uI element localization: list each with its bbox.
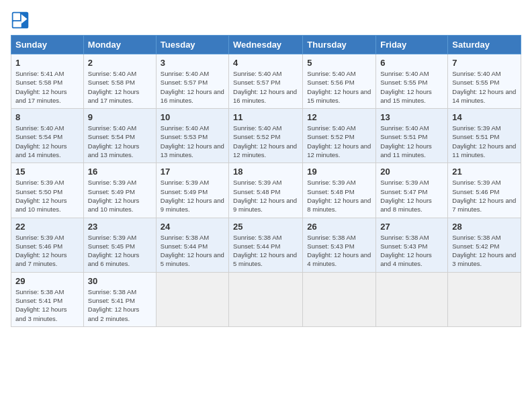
logo-icon: [11, 11, 30, 30]
calendar-cell: [303, 272, 376, 326]
day-detail: Sunrise: 5:40 AMSunset: 5:55 PMDaylight:…: [380, 69, 443, 105]
day-number: 12: [307, 112, 371, 122]
calendar-cell: 13Sunrise: 5:40 AMSunset: 5:51 PMDayligh…: [376, 109, 448, 163]
day-number: 18: [233, 167, 298, 177]
day-number: 22: [15, 222, 79, 232]
day-detail: Sunrise: 5:40 AMSunset: 5:52 PMDaylight:…: [307, 124, 371, 159]
svg-rect-2: [13, 21, 21, 28]
header-friday: Friday: [376, 36, 448, 54]
day-detail: Sunrise: 5:39 AMSunset: 5:46 PMDaylight:…: [15, 233, 79, 269]
day-detail: Sunrise: 5:38 AMSunset: 5:44 PMDaylight:…: [233, 233, 298, 269]
day-number: 25: [233, 222, 298, 232]
day-detail: Sunrise: 5:38 AMSunset: 5:41 PMDaylight:…: [88, 287, 152, 323]
day-detail: Sunrise: 5:39 AMSunset: 5:49 PMDaylight:…: [88, 178, 152, 214]
day-number: 15: [15, 167, 79, 177]
day-detail: Sunrise: 5:40 AMSunset: 5:56 PMDaylight:…: [307, 69, 371, 105]
calendar-cell: 23Sunrise: 5:39 AMSunset: 5:45 PMDayligh…: [83, 218, 156, 272]
day-detail: Sunrise: 5:39 AMSunset: 5:46 PMDaylight:…: [452, 178, 517, 214]
day-number: 4: [233, 58, 298, 68]
day-number: 23: [88, 222, 152, 232]
day-detail: Sunrise: 5:40 AMSunset: 5:51 PMDaylight:…: [380, 124, 443, 159]
calendar-cell: [448, 272, 521, 326]
calendar-cell: 29Sunrise: 5:38 AMSunset: 5:41 PMDayligh…: [11, 272, 84, 326]
day-number: 10: [161, 112, 224, 122]
day-number: 11: [233, 112, 298, 122]
day-detail: Sunrise: 5:39 AMSunset: 5:48 PMDaylight:…: [307, 178, 371, 214]
day-detail: Sunrise: 5:38 AMSunset: 5:43 PMDaylight:…: [380, 233, 443, 269]
day-number: 16: [88, 167, 152, 177]
calendar-week-1: 1Sunrise: 5:41 AMSunset: 5:58 PMDaylight…: [11, 54, 521, 109]
calendar-cell: 26Sunrise: 5:38 AMSunset: 5:43 PMDayligh…: [303, 218, 376, 272]
calendar-cell: 12Sunrise: 5:40 AMSunset: 5:52 PMDayligh…: [303, 109, 376, 163]
calendar-cell: 27Sunrise: 5:38 AMSunset: 5:43 PMDayligh…: [376, 218, 448, 272]
day-number: 13: [380, 112, 443, 122]
calendar-cell: 7Sunrise: 5:40 AMSunset: 5:55 PMDaylight…: [448, 54, 521, 109]
day-number: 29: [15, 276, 79, 286]
calendar-cell: 8Sunrise: 5:40 AMSunset: 5:54 PMDaylight…: [11, 109, 84, 163]
day-number: 7: [452, 58, 517, 68]
header-saturday: Saturday: [448, 36, 521, 54]
calendar-cell: 30Sunrise: 5:38 AMSunset: 5:41 PMDayligh…: [83, 272, 156, 326]
calendar-week-5: 29Sunrise: 5:38 AMSunset: 5:41 PMDayligh…: [11, 272, 521, 326]
calendar-cell: [229, 272, 303, 326]
calendar-cell: 1Sunrise: 5:41 AMSunset: 5:58 PMDaylight…: [11, 54, 84, 109]
calendar-cell: 22Sunrise: 5:39 AMSunset: 5:46 PMDayligh…: [11, 218, 84, 272]
day-number: 6: [380, 58, 443, 68]
day-detail: Sunrise: 5:39 AMSunset: 5:51 PMDaylight:…: [452, 124, 517, 159]
day-number: 30: [88, 276, 152, 286]
day-detail: Sunrise: 5:40 AMSunset: 5:53 PMDaylight:…: [161, 124, 224, 159]
day-detail: Sunrise: 5:40 AMSunset: 5:58 PMDaylight:…: [88, 69, 152, 105]
calendar-week-4: 22Sunrise: 5:39 AMSunset: 5:46 PMDayligh…: [11, 218, 521, 272]
calendar-cell: 19Sunrise: 5:39 AMSunset: 5:48 PMDayligh…: [303, 163, 376, 218]
header-monday: Monday: [83, 36, 156, 54]
day-detail: Sunrise: 5:38 AMSunset: 5:44 PMDaylight:…: [161, 233, 224, 269]
calendar-cell: 17Sunrise: 5:39 AMSunset: 5:49 PMDayligh…: [156, 163, 228, 218]
day-number: 3: [161, 58, 224, 68]
calendar-cell: 15Sunrise: 5:39 AMSunset: 5:50 PMDayligh…: [11, 163, 84, 218]
day-number: 27: [380, 222, 443, 232]
day-number: 28: [452, 222, 517, 232]
calendar-cell: 24Sunrise: 5:38 AMSunset: 5:44 PMDayligh…: [156, 218, 228, 272]
day-detail: Sunrise: 5:40 AMSunset: 5:55 PMDaylight:…: [452, 69, 517, 105]
day-detail: Sunrise: 5:38 AMSunset: 5:42 PMDaylight:…: [452, 233, 517, 269]
day-detail: Sunrise: 5:40 AMSunset: 5:54 PMDaylight:…: [15, 124, 79, 159]
day-detail: Sunrise: 5:38 AMSunset: 5:43 PMDaylight:…: [307, 233, 371, 269]
calendar-cell: [376, 272, 448, 326]
day-number: 8: [15, 112, 79, 122]
calendar-cell: 4Sunrise: 5:40 AMSunset: 5:57 PMDaylight…: [229, 54, 303, 109]
day-number: 14: [452, 112, 517, 122]
calendar-week-2: 8Sunrise: 5:40 AMSunset: 5:54 PMDaylight…: [11, 109, 521, 163]
calendar-table: SundayMondayTuesdayWednesdayThursdayFrid…: [11, 35, 521, 327]
day-number: 1: [15, 58, 79, 68]
day-detail: Sunrise: 5:39 AMSunset: 5:45 PMDaylight:…: [88, 233, 152, 269]
day-number: 2: [88, 58, 152, 68]
header-tuesday: Tuesday: [156, 36, 228, 54]
calendar-cell: 18Sunrise: 5:39 AMSunset: 5:48 PMDayligh…: [229, 163, 303, 218]
calendar-cell: 20Sunrise: 5:39 AMSunset: 5:47 PMDayligh…: [376, 163, 448, 218]
calendar-cell: 9Sunrise: 5:40 AMSunset: 5:54 PMDaylight…: [83, 109, 156, 163]
calendar-cell: [156, 272, 228, 326]
day-detail: Sunrise: 5:39 AMSunset: 5:49 PMDaylight:…: [161, 178, 224, 214]
day-detail: Sunrise: 5:39 AMSunset: 5:47 PMDaylight:…: [380, 178, 443, 214]
calendar-cell: 11Sunrise: 5:40 AMSunset: 5:52 PMDayligh…: [229, 109, 303, 163]
header-thursday: Thursday: [303, 36, 376, 54]
day-number: 19: [307, 167, 371, 177]
calendar-cell: 25Sunrise: 5:38 AMSunset: 5:44 PMDayligh…: [229, 218, 303, 272]
calendar-header: SundayMondayTuesdayWednesdayThursdayFrid…: [11, 36, 521, 54]
day-number: 17: [161, 167, 224, 177]
calendar-cell: 3Sunrise: 5:40 AMSunset: 5:57 PMDaylight…: [156, 54, 228, 109]
day-detail: Sunrise: 5:40 AMSunset: 5:57 PMDaylight:…: [161, 69, 224, 105]
calendar-cell: 2Sunrise: 5:40 AMSunset: 5:58 PMDaylight…: [83, 54, 156, 109]
day-detail: Sunrise: 5:40 AMSunset: 5:54 PMDaylight:…: [88, 124, 152, 159]
calendar-cell: 21Sunrise: 5:39 AMSunset: 5:46 PMDayligh…: [448, 163, 521, 218]
calendar-week-3: 15Sunrise: 5:39 AMSunset: 5:50 PMDayligh…: [11, 163, 521, 218]
day-detail: Sunrise: 5:40 AMSunset: 5:57 PMDaylight:…: [233, 69, 298, 105]
calendar-cell: 10Sunrise: 5:40 AMSunset: 5:53 PMDayligh…: [156, 109, 228, 163]
day-number: 21: [452, 167, 517, 177]
header-wednesday: Wednesday: [229, 36, 303, 54]
page-container: SundayMondayTuesdayWednesdayThursdayFrid…: [11, 11, 521, 327]
header-sunday: Sunday: [11, 36, 84, 54]
day-number: 9: [88, 112, 152, 122]
day-detail: Sunrise: 5:39 AMSunset: 5:50 PMDaylight:…: [15, 178, 79, 214]
day-detail: Sunrise: 5:38 AMSunset: 5:41 PMDaylight:…: [15, 287, 79, 323]
